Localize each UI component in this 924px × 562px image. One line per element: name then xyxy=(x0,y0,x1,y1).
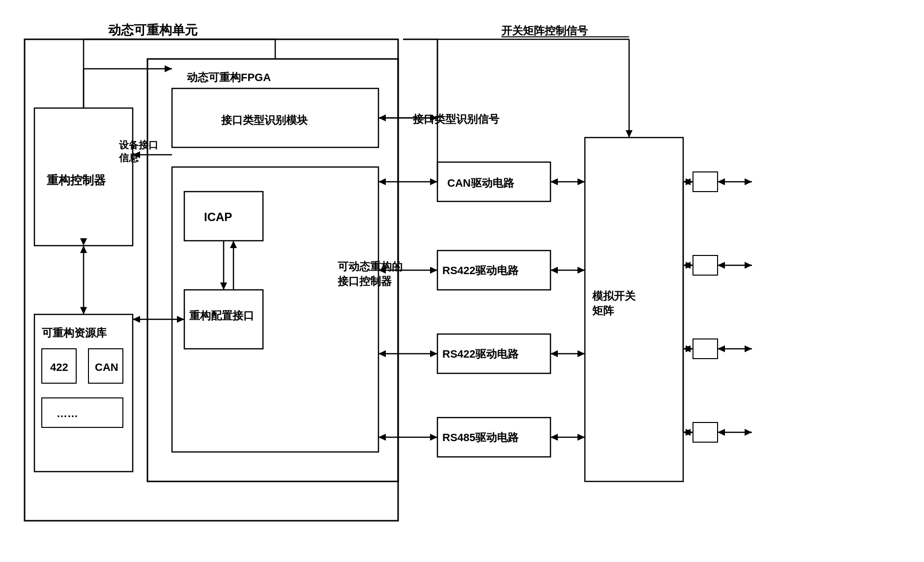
interface-type-id-signal-label: 接口类型识别信号 xyxy=(412,113,500,125)
svg-marker-95 xyxy=(80,238,87,246)
svg-marker-36 xyxy=(230,241,237,248)
rs422-driver1-label: RS422驱动电路 xyxy=(442,264,519,277)
rs485-driver-label: RS485驱动电路 xyxy=(442,431,519,444)
svg-marker-80 xyxy=(745,178,752,185)
switch-matrix-control-signal-label: 开关矩阵控制信号 xyxy=(501,25,588,37)
reconfig-resource-lib-label: 可重构资源库 xyxy=(42,327,107,339)
resource-ellipsis-label: …… xyxy=(57,407,78,420)
svg-marker-87 xyxy=(718,345,725,352)
svg-marker-53 xyxy=(430,434,437,441)
svg-marker-38 xyxy=(133,316,140,323)
svg-marker-62 xyxy=(578,350,585,357)
svg-marker-57 xyxy=(550,178,558,185)
svg-marker-51 xyxy=(378,350,386,357)
svg-marker-86 xyxy=(745,345,752,352)
svg-marker-42 xyxy=(80,307,87,314)
svg-marker-66 xyxy=(550,434,558,441)
svg-marker-21 xyxy=(626,130,633,138)
icap-label: ICAP xyxy=(204,210,232,224)
svg-rect-16 xyxy=(693,172,718,192)
dynamic-reconfig-fpga-label: 动态可重构FPGA xyxy=(187,71,271,84)
can-driver-label: CAN驱动电路 xyxy=(447,177,515,189)
svg-rect-18 xyxy=(693,339,718,359)
svg-rect-19 xyxy=(693,422,718,442)
reconfig-controller-label: 重构控制器 xyxy=(47,173,106,187)
reconfig-config-interface-label: 重构配置接口 xyxy=(189,309,254,322)
analog-switch-matrix-label2: 矩阵 xyxy=(592,305,614,317)
svg-marker-39 xyxy=(177,316,184,323)
interface-type-id-module-label: 接口类型识别模块 xyxy=(221,114,308,126)
resource-can-label: CAN xyxy=(95,361,118,373)
svg-marker-60 xyxy=(550,267,558,274)
svg-marker-65 xyxy=(578,434,585,441)
analog-switch-matrix-label: 模拟开关 xyxy=(592,290,636,302)
dynamic-reconfig-unit-label: 动态可重构单元 xyxy=(108,23,198,37)
rs422-driver2-label: RS422驱动电路 xyxy=(442,348,519,360)
dynamic-reconfig-interface-ctrl-label2: 接口控制器 xyxy=(337,275,392,287)
svg-marker-56 xyxy=(578,178,585,185)
svg-marker-83 xyxy=(745,262,752,269)
svg-marker-45 xyxy=(378,178,386,185)
resource-422-label: 422 xyxy=(50,361,68,373)
svg-rect-10 xyxy=(42,398,123,427)
svg-marker-50 xyxy=(430,350,437,357)
svg-marker-54 xyxy=(378,434,386,441)
svg-marker-59 xyxy=(578,267,585,274)
svg-marker-84 xyxy=(718,262,725,269)
svg-marker-32 xyxy=(165,65,172,72)
diagram-container: 动态可重构单元 动态可重构FPGA 接口类型识别模块 可动态重构的 接口控制器 … xyxy=(10,10,914,550)
svg-marker-89 xyxy=(745,429,752,436)
svg-marker-44 xyxy=(430,178,437,185)
device-interface-info-label: 设备接口 xyxy=(119,140,158,150)
svg-marker-47 xyxy=(430,267,437,274)
svg-marker-34 xyxy=(220,282,227,290)
svg-rect-17 xyxy=(693,255,718,275)
svg-marker-81 xyxy=(718,178,725,185)
svg-marker-41 xyxy=(80,246,87,253)
svg-marker-90 xyxy=(718,429,725,436)
svg-marker-63 xyxy=(550,350,558,357)
